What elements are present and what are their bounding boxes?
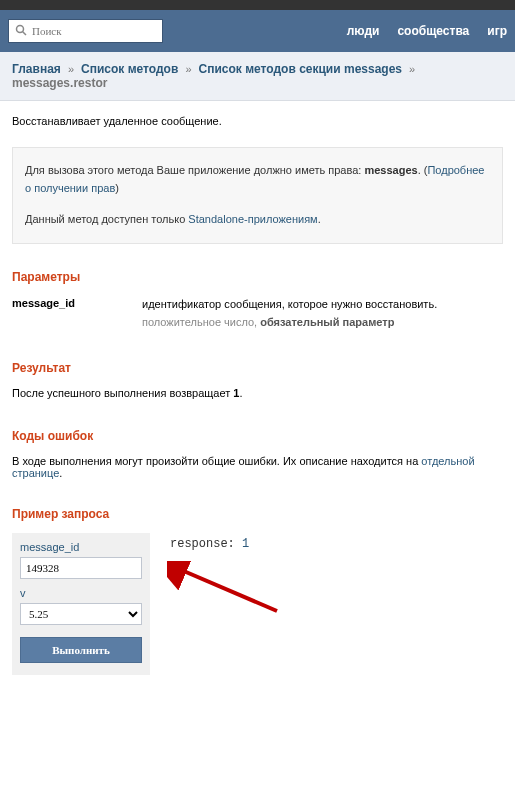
breadcrumb: Главная » Список методов » Список методо… — [0, 52, 515, 101]
breadcrumb-separator: » — [185, 63, 191, 75]
result-prefix: После успешного выполнения возвращает — [12, 387, 233, 399]
section-params-title: Параметры — [12, 270, 503, 284]
search-icon — [15, 24, 32, 38]
method-description: Восстанавливает удаленное сообщение. — [12, 115, 503, 127]
section-example-title: Пример запроса — [12, 507, 503, 521]
message-id-label: message_id — [20, 541, 142, 553]
nav-people[interactable]: люди — [347, 24, 380, 38]
errors-suffix: . — [59, 467, 62, 479]
response-panel: response: 1 — [170, 533, 249, 675]
param-meta-required: обязательный параметр — [260, 316, 394, 328]
breadcrumb-separator: » — [409, 63, 415, 75]
result-suffix: . — [239, 387, 242, 399]
breadcrumb-current: messages.restor — [12, 76, 107, 90]
breadcrumb-section[interactable]: Список методов секции messages — [199, 62, 402, 76]
standalone-link[interactable]: Standalone-приложениям — [188, 213, 317, 225]
version-label: v — [20, 587, 142, 599]
version-select[interactable]: 5.25 — [20, 603, 142, 625]
param-desc-text: идентификатор сообщения, которое нужно в… — [142, 296, 437, 313]
breadcrumb-methods[interactable]: Список методов — [81, 62, 178, 76]
section-result-title: Результат — [12, 361, 503, 375]
breadcrumb-home[interactable]: Главная — [12, 62, 61, 76]
svg-line-1 — [23, 32, 27, 36]
execute-button[interactable]: Выполнить — [20, 637, 142, 663]
params-table: message_id идентификатор сообщения, кото… — [12, 296, 503, 331]
info-availability: Данный метод доступен только Standalone-… — [25, 211, 490, 229]
info-rights: Для вызова этого метода Ваше приложение … — [25, 162, 490, 197]
message-id-input[interactable] — [20, 557, 142, 579]
browser-tabs-bar — [0, 0, 515, 10]
info-text: . — [318, 213, 321, 225]
main-content: Восстанавливает удаленное сообщение. Для… — [0, 101, 515, 689]
info-rights-name: messages — [364, 164, 417, 176]
errors-text: В ходе выполнения могут произойти общие … — [12, 455, 503, 479]
info-text: . ( — [418, 164, 428, 176]
errors-prefix: В ходе выполнения могут произойти общие … — [12, 455, 421, 467]
info-box: Для вызова этого метода Ваше приложение … — [12, 147, 503, 244]
param-meta-type: положительное число, — [142, 316, 260, 328]
param-description: идентификатор сообщения, которое нужно в… — [142, 296, 437, 331]
response-value: 1 — [242, 537, 249, 551]
nav-links: люди сообщества игр — [347, 24, 507, 38]
example-form-panel: message_id v 5.25 Выполнить — [12, 533, 150, 675]
svg-point-0 — [17, 26, 24, 33]
example-area: message_id v 5.25 Выполнить response: 1 — [12, 533, 503, 675]
search-input[interactable] — [32, 25, 156, 37]
info-text: Данный метод доступен только — [25, 213, 188, 225]
search-box[interactable] — [8, 19, 163, 43]
section-errors-title: Коды ошибок — [12, 429, 503, 443]
breadcrumb-separator: » — [68, 63, 74, 75]
info-text: Для вызова этого метода Ваше приложение … — [25, 164, 364, 176]
response-key: response: — [170, 537, 235, 551]
info-text: ) — [115, 182, 119, 194]
top-navigation-bar: люди сообщества игр — [0, 10, 515, 52]
result-text: После успешного выполнения возвращает 1. — [12, 387, 503, 399]
param-meta: положительное число, обязательный параме… — [142, 314, 437, 331]
nav-communities[interactable]: сообщества — [397, 24, 469, 38]
param-name: message_id — [12, 296, 142, 331]
nav-games[interactable]: игр — [487, 24, 507, 38]
